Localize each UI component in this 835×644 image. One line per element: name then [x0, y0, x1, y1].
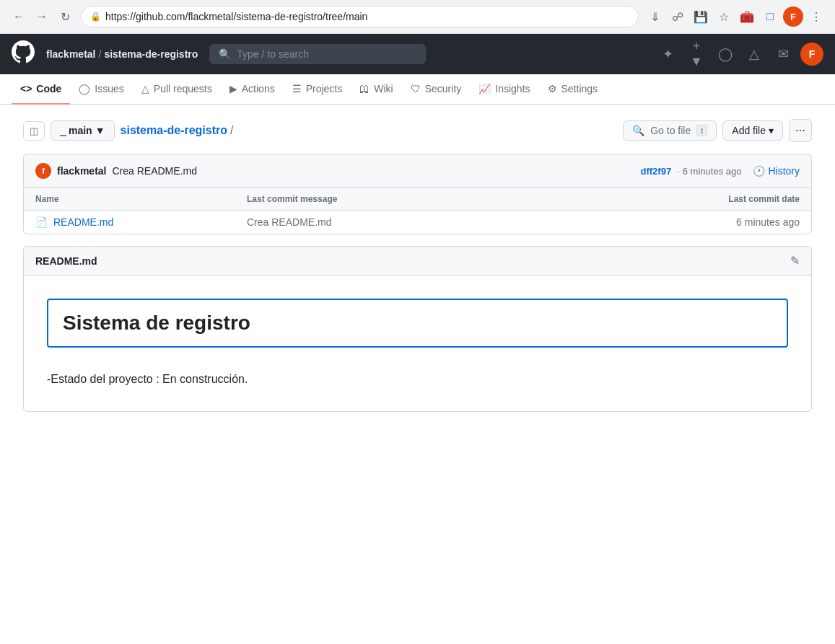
tab-projects[interactable]: ☰ Projects [284, 74, 351, 105]
user-avatar[interactable]: F [800, 43, 823, 66]
save-icon[interactable]: 💾 [691, 6, 711, 27]
add-file-label: Add file [732, 125, 766, 136]
tab-actions[interactable]: ▶ Actions [221, 74, 284, 105]
github-logo-icon[interactable] [12, 40, 35, 68]
translate-icon[interactable]: ☍ [668, 6, 688, 27]
commit-author-name[interactable]: flackmetal [57, 165, 106, 177]
extensions-icon[interactable]: 🧰 [737, 6, 757, 27]
breadcrumb-sep: / [230, 124, 233, 137]
commit-hash[interactable]: dff2f97 [641, 166, 672, 177]
add-file-dropdown-icon: ▾ [769, 125, 774, 136]
commit-info-bar: f flackmetal Crea README.md dff2f97 · 6 … [23, 154, 812, 188]
column-commit-message: Last commit message [247, 194, 670, 204]
back-button[interactable]: ← [9, 6, 29, 27]
issues-icon: ◯ [79, 83, 90, 94]
go-to-file-label: Go to file [650, 125, 691, 136]
issues-button[interactable]: ◯ [714, 43, 737, 66]
history-label: History [768, 165, 800, 177]
breadcrumb-separator: / [98, 48, 101, 60]
more-options-button[interactable]: ⋯ [789, 119, 812, 142]
profile-avatar[interactable]: F [783, 6, 803, 27]
tab-actions-label: Actions [242, 83, 275, 94]
tab-issues[interactable]: ◯ Issues [70, 74, 132, 105]
readme-edit-button[interactable]: ✎ [790, 254, 800, 268]
search-input[interactable]: 🔍 Type / to search [209, 44, 426, 64]
readme-title: README.md [35, 255, 97, 267]
file-table-header: Name Last commit message Last commit dat… [24, 188, 811, 211]
tab-settings[interactable]: ⚙ Settings [539, 74, 607, 105]
new-dropdown-button[interactable]: + ▼ [685, 43, 708, 66]
tab-insights-label: Insights [495, 83, 530, 94]
tab-pull-requests-label: Pull requests [154, 83, 212, 94]
repo-link[interactable]: sistema-de-registro [104, 48, 198, 60]
readme-body-text: -Estado del proyecto : En construcción. [47, 371, 788, 388]
readme-section: README.md ✎ Sistema de registro -Estado … [23, 246, 812, 412]
history-button[interactable]: 🕐 History [753, 165, 800, 177]
column-commit-date: Last commit date [670, 194, 800, 204]
window-icon[interactable]: □ [760, 6, 780, 27]
file-link[interactable]: README.md [53, 216, 113, 228]
search-placeholder: Type / to search [237, 48, 309, 60]
browser-nav-buttons: ← → ↻ [9, 6, 75, 27]
pull-requests-button[interactable]: △ [743, 43, 766, 66]
file-commit-message: Crea README.md [247, 216, 670, 228]
address-bar[interactable]: 🔒 https://github.com/flackmetal/sistema-… [81, 6, 639, 27]
edit-icon: ✎ [790, 254, 800, 268]
readme-body: Sistema de registro -Estado del proyecto… [24, 275, 811, 411]
tab-security[interactable]: 🛡 Security [402, 74, 471, 105]
commit-message-text: Crea README.md [112, 165, 196, 177]
tab-pull-requests[interactable]: △ Pull requests [133, 74, 221, 105]
tab-insights[interactable]: 📈 Insights [470, 74, 538, 105]
menu-icon[interactable]: ⋮ [806, 6, 826, 27]
tab-settings-label: Settings [561, 83, 598, 94]
history-icon: 🕐 [753, 165, 765, 177]
browser-toolbar: ← → ↻ 🔒 https://github.com/flackmetal/si… [0, 0, 835, 33]
tab-projects-label: Projects [306, 83, 343, 94]
file-name-cell: 📄 README.md [35, 216, 247, 228]
projects-icon: ☰ [292, 83, 302, 94]
commit-time: 6 minutes ago [683, 166, 742, 177]
forward-button[interactable]: → [32, 6, 52, 27]
header-breadcrumb: flackmetal / sistema-de-registro [46, 48, 198, 60]
go-to-file-shortcut: t [696, 125, 707, 136]
copilot-button[interactable]: ✦ [656, 43, 679, 66]
owner-link[interactable]: flackmetal [46, 48, 95, 60]
repo-toolbar: ◫ ⎯ main ▼ sistema-de-registro / 🔍 Go to… [23, 119, 812, 142]
file-breadcrumb: sistema-de-registro / [121, 124, 234, 137]
browser-chrome: ← → ↻ 🔒 https://github.com/flackmetal/si… [0, 0, 835, 34]
url-text: https://github.com/flackmetal/sistema-de… [105, 11, 367, 22]
column-name: Name [35, 194, 247, 204]
file-table: Name Last commit message Last commit dat… [23, 188, 812, 234]
tab-code[interactable]: <> Code [12, 74, 70, 105]
readme-heading: Sistema de registro [47, 299, 788, 348]
repo-breadcrumb-link[interactable]: sistema-de-registro [121, 124, 228, 137]
branch-selector[interactable]: ⎯ main ▼ [51, 120, 115, 141]
readme-header: README.md ✎ [24, 247, 811, 275]
commit-separator: · [677, 166, 680, 177]
browser-action-buttons: ⇓ ☍ 💾 ☆ 🧰 □ F ⋮ [644, 6, 826, 27]
search-icon: 🔍 [219, 48, 231, 60]
download-icon[interactable]: ⇓ [644, 6, 665, 27]
tab-issues-label: Issues [95, 83, 123, 94]
insights-icon: 📈 [478, 83, 491, 94]
inbox-button[interactable]: ✉ [771, 43, 795, 66]
commit-author-avatar[interactable]: f [35, 163, 51, 179]
tab-wiki-label: Wiki [374, 83, 393, 94]
file-commit-date: 6 minutes ago [670, 216, 800, 228]
star-icon[interactable]: ☆ [714, 6, 734, 27]
search-icon: 🔍 [632, 125, 644, 136]
header-search[interactable]: 🔍 Type / to search [209, 44, 426, 64]
tab-wiki[interactable]: 🕮 Wiki [351, 74, 401, 105]
go-to-file-button[interactable]: 🔍 Go to file t [623, 120, 717, 141]
panel-toggle-button[interactable]: ◫ [23, 121, 45, 141]
security-icon: 🛡 [411, 83, 421, 94]
repo-nav: <> Code ◯ Issues △ Pull requests ▶ Actio… [0, 74, 835, 105]
add-file-button[interactable]: Add file ▾ [722, 120, 783, 141]
toolbar-right: 🔍 Go to file t Add file ▾ ⋯ [623, 119, 812, 142]
file-icon: 📄 [35, 216, 48, 228]
code-icon: <> [20, 83, 32, 94]
main-content: ◫ ⎯ main ▼ sistema-de-registro / 🔍 Go to… [0, 105, 835, 426]
wiki-icon: 🕮 [359, 83, 370, 94]
branch-name: main [69, 125, 92, 136]
reload-button[interactable]: ↻ [55, 6, 75, 27]
